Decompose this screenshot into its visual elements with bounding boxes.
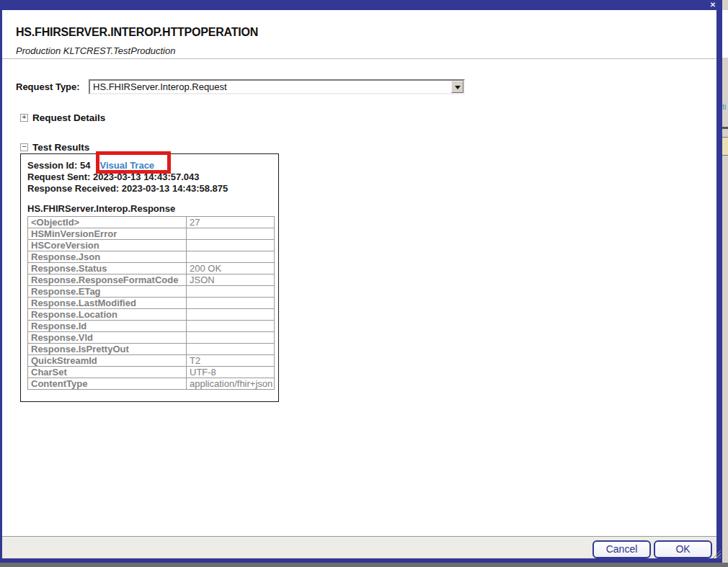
expand-plus-icon[interactable]: + [20,114,28,122]
table-row: Response.Status200 OK [28,263,275,274]
dialog-footer: Cancel OK [2,536,716,558]
table-row: Response.Vld [28,332,275,344]
table-row: HSMinVersionError [28,228,275,240]
chevron-down-icon [455,86,461,89]
ok-button[interactable]: OK [654,540,712,558]
background-fragment [722,137,728,156]
background-text-fragment: ti [722,102,728,112]
annotation-red-box [96,151,171,174]
response-table: <ObjectId>27HSMinVersionErrorHSCoreVersi… [27,216,275,390]
field-label: Response.ResponseFormatCode [28,274,187,286]
divider [2,58,716,59]
background-page-bottom [0,563,728,567]
table-row: ContentTypeapplication/fhir+json [28,378,275,390]
table-row: <ObjectId>27 [28,217,275,228]
table-row: Response.ETag [28,286,275,298]
table-row: Response.IsPrettyOut [28,344,275,355]
page-title: HS.FHIRSERVER.INTEROP.HTTPOPERATION [16,26,258,39]
dialog-border [716,10,722,563]
field-value: 27 [187,217,275,228]
test-results-label: Test Results [32,142,89,153]
dialog-body: HS.FHIRSERVER.INTEROP.HTTPOPERATION Prod… [2,10,716,536]
field-label: Response.Status [28,263,187,274]
field-label: CharSet [28,367,187,378]
field-label: Response.ETag [28,286,187,298]
field-label: HSMinVersionError [28,228,187,240]
response-received-line: Response Received: 2023-03-13 14:43:58.8… [27,183,228,195]
dialog-titlebar: ✕ [0,0,722,10]
collapse-minus-icon[interactable]: − [20,143,28,151]
table-row: CharSetUTF-8 [28,367,275,378]
table-row: Response.LastModified [28,298,275,309]
table-row: QuickStreamIdT2 [28,355,275,367]
field-value [187,321,275,332]
field-value [187,228,275,240]
background-fragment [722,10,728,58]
field-value: UTF-8 [187,367,275,378]
response-table-body: <ObjectId>27HSMinVersionErrorHSCoreVersi… [28,217,275,390]
field-label: Response.Location [28,309,187,321]
request-type-label: Request Type: [16,81,80,92]
field-label: Response.Vld [28,332,187,344]
request-sent-label: Request Sent: [27,171,90,182]
field-label: Response.Id [28,321,187,332]
request-type-select[interactable]: HS.FHIRServer.Interop.Request [89,79,465,94]
field-value [187,309,275,321]
field-value [187,332,275,344]
cancel-button[interactable]: Cancel [592,540,651,558]
section-request-details[interactable]: + Request Details [20,112,105,123]
background-fragment [722,127,728,129]
test-results-panel: Session Id: 54Visual Trace Request Sent:… [20,153,279,402]
field-label: QuickStreamId [28,355,187,367]
session-id-value: 54 [80,160,90,171]
request-type-value: HS.FHIRServer.Interop.Request [93,81,227,92]
response-class-heading: HS.FHIRServer.Interop.Response [27,203,175,214]
session-id-label: Session Id: [27,160,77,171]
response-received-label: Response Received: [27,183,119,194]
table-row: Response.ResponseFormatCodeJSON [28,274,275,286]
field-label: ContentType [28,378,187,390]
table-row: Response.Json [28,251,275,263]
field-label: <ObjectId> [28,217,187,228]
field-value [187,240,275,251]
production-subtitle: Production KLTCREST.TestProduction [16,45,175,56]
section-test-results[interactable]: − Test Results [20,142,89,153]
field-label: Response.Json [28,251,187,263]
field-value: 200 OK [187,263,275,274]
table-row: HSCoreVersion [28,240,275,251]
background-page-sliver: ti [722,0,728,567]
field-value [187,344,275,355]
field-label: Response.IsPrettyOut [28,344,187,355]
dialog-border [0,558,722,563]
close-icon[interactable]: ✕ [708,0,718,10]
dropdown-arrow-button[interactable] [451,81,463,93]
field-value [187,286,275,298]
table-row: Response.Id [28,321,275,332]
field-label: Response.LastModified [28,298,187,309]
field-value [187,298,275,309]
response-received-value: 2023-03-13 14:43:58.875 [122,183,228,194]
field-label: HSCoreVersion [28,240,187,251]
table-row: Response.Location [28,309,275,321]
request-details-label: Request Details [32,112,105,123]
field-value [187,251,275,263]
field-value: T2 [187,355,275,367]
field-value: JSON [187,274,275,286]
screen: ti ✕ HS.FHIRSERVER.INTEROP.HTTPOPERATION… [0,0,728,567]
field-value: application/fhir+json [187,378,275,390]
